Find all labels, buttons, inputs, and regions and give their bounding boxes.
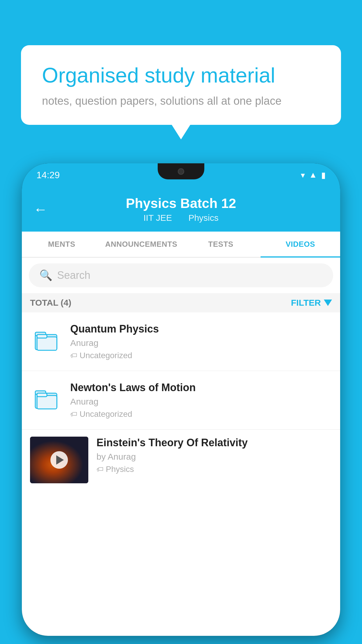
filter-icon xyxy=(324,300,332,306)
video-thumbnail xyxy=(30,437,88,483)
tab-videos[interactable]: VIDEOS xyxy=(261,232,340,257)
status-time: 14:29 xyxy=(36,170,60,181)
item-title: Quantum Physics xyxy=(70,323,332,335)
svg-rect-7 xyxy=(37,393,47,397)
tab-announcements[interactable]: ANNOUNCEMENTS xyxy=(101,232,181,257)
item-author: Anurag xyxy=(70,397,332,407)
status-icons: ▾ ▲ ▮ xyxy=(301,170,326,180)
header-subtitle: IIT JEE Physics xyxy=(140,213,222,223)
folder-icon xyxy=(33,384,59,411)
subtitle-part1: IIT JEE xyxy=(143,213,172,223)
item-title: Einstein's Theory Of Relativity xyxy=(96,437,332,449)
play-icon xyxy=(56,455,64,465)
item-author: by Anurag xyxy=(96,452,332,462)
tag-label: Uncategorized xyxy=(80,410,132,419)
tag-icon: 🏷 xyxy=(70,351,77,360)
search-input[interactable]: Search xyxy=(57,269,323,281)
search-icon: 🔍 xyxy=(39,269,52,281)
list-item[interactable]: Einstein's Theory Of Relativity by Anura… xyxy=(22,430,340,483)
status-bar: 14:29 ▾ ▲ ▮ xyxy=(22,163,340,187)
subtitle-part2: Physics xyxy=(188,213,218,223)
tag-icon: 🏷 xyxy=(96,465,103,473)
item-tag: 🏷 Physics xyxy=(96,465,332,474)
camera-dot xyxy=(178,168,184,175)
app-header: ← Physics Batch 12 IIT JEE Physics xyxy=(22,187,340,232)
item-thumbnail xyxy=(30,382,62,414)
phone-screen: MENTS ANNOUNCEMENTS TESTS VIDEOS 🔍 Searc… xyxy=(22,232,340,636)
item-tag: 🏷 Uncategorized xyxy=(70,410,332,419)
filter-label: FILTER xyxy=(291,298,321,308)
speech-bubble: Organised study material notes, question… xyxy=(21,45,341,125)
bubble-title: Organised study material xyxy=(42,63,320,88)
video-list: Quantum Physics Anurag 🏷 Uncategorized xyxy=(22,312,340,483)
phone-frame: 14:29 ▾ ▲ ▮ ← Physics Batch 12 IIT JEE P… xyxy=(22,163,340,636)
list-item[interactable]: Newton's Laws of Motion Anurag 🏷 Uncateg… xyxy=(22,371,340,430)
svg-rect-2 xyxy=(37,337,57,350)
filter-row: TOTAL (4) FILTER xyxy=(22,293,340,312)
tag-icon: 🏷 xyxy=(70,410,77,418)
item-info: Quantum Physics Anurag 🏷 Uncategorized xyxy=(70,323,332,360)
signal-icon: ▲ xyxy=(309,170,317,180)
total-label: TOTAL (4) xyxy=(30,298,71,308)
back-button[interactable]: ← xyxy=(34,201,48,217)
bubble-subtitle: notes, question papers, solutions all at… xyxy=(42,95,320,107)
item-info: Newton's Laws of Motion Anurag 🏷 Uncateg… xyxy=(70,382,332,419)
item-tag: 🏷 Uncategorized xyxy=(70,351,332,360)
item-thumbnail xyxy=(30,323,62,355)
speech-bubble-container: Organised study material notes, question… xyxy=(21,45,341,125)
tag-label: Physics xyxy=(106,465,134,474)
item-title: Newton's Laws of Motion xyxy=(70,382,332,394)
search-bar[interactable]: 🔍 Search xyxy=(29,263,333,287)
item-info: Einstein's Theory Of Relativity by Anura… xyxy=(96,437,332,474)
play-button[interactable] xyxy=(50,451,68,469)
svg-rect-6 xyxy=(37,396,57,409)
item-author: Anurag xyxy=(70,338,332,348)
folder-icon xyxy=(33,326,59,352)
tab-ments[interactable]: MENTS xyxy=(22,232,101,257)
filter-button[interactable]: FILTER xyxy=(291,298,332,308)
battery-icon: ▮ xyxy=(321,170,326,180)
list-item[interactable]: Quantum Physics Anurag 🏷 Uncategorized xyxy=(22,312,340,371)
wifi-icon: ▾ xyxy=(301,170,305,180)
tag-label: Uncategorized xyxy=(80,351,132,360)
header-title: Physics Batch 12 xyxy=(126,195,236,211)
phone-notch xyxy=(158,163,204,179)
svg-rect-3 xyxy=(37,335,47,338)
tabs-bar: MENTS ANNOUNCEMENTS TESTS VIDEOS xyxy=(22,232,340,258)
tab-tests[interactable]: TESTS xyxy=(181,232,261,257)
